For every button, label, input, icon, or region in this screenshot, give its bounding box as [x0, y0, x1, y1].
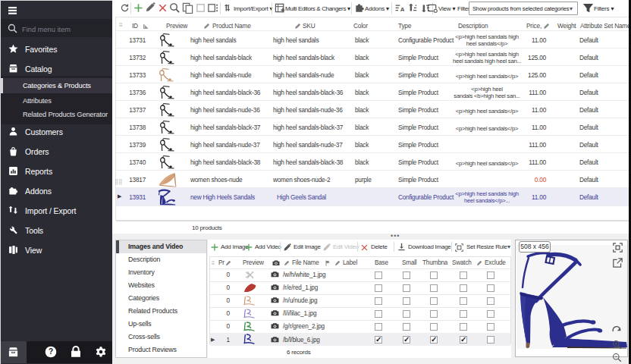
svg-text:A: A	[400, 6, 404, 13]
svg-text:?: ?	[49, 347, 53, 356]
